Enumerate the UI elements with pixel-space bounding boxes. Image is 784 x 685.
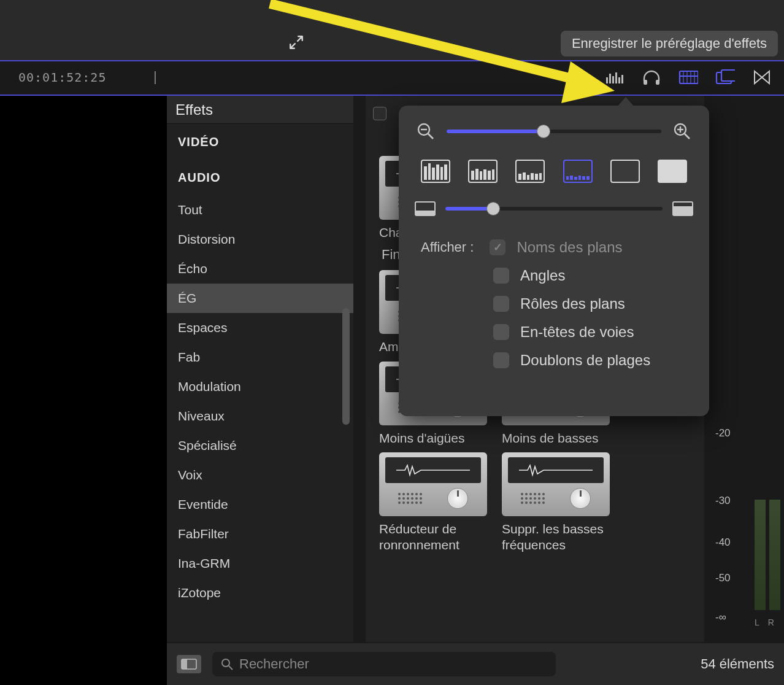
svg-rect-6 [615,72,617,83]
svg-rect-7 [618,77,620,83]
meter-tick: -20 [715,427,731,439]
clip-view-option-2[interactable] [468,160,498,183]
svg-rect-5 [612,76,614,83]
effects-footer: Rechercher 54 éléments [167,643,784,685]
svg-rect-20 [182,659,187,669]
svg-rect-11 [680,71,698,83]
effect-label: Suppr. les basses fréquences [502,521,610,554]
svg-rect-10 [656,80,659,85]
index-icon[interactable] [568,69,588,88]
scrollbar-thumb[interactable] [342,308,350,425]
category-item[interactable]: Tout [167,195,353,225]
category-header-audio[interactable]: AUDIO [167,160,353,195]
category-item[interactable]: Modulation [167,372,353,401]
headphones-icon[interactable] [642,69,661,88]
category-item-selected[interactable]: ÉG [167,284,353,313]
meter-tick: -50 [715,572,731,584]
category-item[interactable]: Espaces [167,313,353,342]
zoom-slider[interactable] [447,130,661,133]
effect-card[interactable]: Suppr. les basses fréquences [502,452,610,554]
effect-label: Moins de basses [502,430,610,446]
checkbox-entetes[interactable] [493,324,509,340]
search-input[interactable]: Rechercher [212,652,556,676]
effect-card[interactable]: Réducteur de ronronnement [379,452,487,554]
category-item[interactable]: iZotope [167,578,353,608]
tooltip-save-preset: Enregistrer le préréglage d'effets [561,31,778,56]
clip-appearance-icon[interactable] [678,69,698,88]
timeline-gutter [0,96,167,685]
meter-tick: -40 [715,536,731,549]
checkbox-noms-des-plans [490,239,505,255]
timeline-toolbar: 00:01:52:25 | [0,61,784,96]
option-label: Noms des plans [517,239,622,256]
zoom-out-button[interactable] [415,120,437,142]
option-label: Angles [520,267,565,284]
category-item[interactable]: FabFilter [167,519,353,549]
show-label: Afficher : [421,239,474,255]
effect-label: Moins d'aigües [379,430,487,446]
svg-rect-0 [569,75,577,80]
category-item[interactable]: Ina-GRM [167,549,353,578]
category-header-video[interactable]: VIDÉO [167,124,353,160]
svg-rect-4 [609,74,611,83]
clip-height-slider[interactable] [445,207,663,211]
category-item[interactable]: Fab [167,342,353,372]
meter-tick: -30 [715,495,731,507]
effects-panel-title: Effets [167,96,353,124]
meter-tick: -∞ [715,611,726,624]
skimmer-icon: | [153,69,157,85]
svg-rect-8 [621,75,623,83]
item-count: 54 éléments [701,656,774,672]
window-titlebar: Enregistrer le préréglage d'effets [0,0,784,61]
clip-view-option-1[interactable] [421,160,450,183]
expand-icon[interactable] [288,34,304,55]
category-item[interactable]: Spécialisé [167,431,353,460]
svg-point-21 [222,659,229,667]
clip-height-large-icon [672,201,693,216]
effect-label: Réducteur de ronronnement [379,521,487,554]
category-item[interactable]: Écho [167,254,353,284]
meter-bars-icon [755,500,780,610]
category-item[interactable]: Distorsion [167,225,353,254]
checkbox-angles[interactable] [493,268,509,284]
svg-rect-9 [644,80,647,85]
transitions-browser-icon[interactable] [752,69,772,88]
svg-line-25 [428,134,433,139]
zoom-in-button[interactable] [671,120,693,142]
clip-appearance-popover: Afficher : Noms des plans Angles Rôles d… [399,106,709,416]
svg-line-22 [229,666,233,670]
toggle-sidebar-button[interactable] [177,655,201,673]
category-item[interactable]: Niveaux [167,401,353,431]
search-icon [221,658,233,670]
installed-only-checkbox[interactable] [373,107,386,120]
meter-r-label: R [768,617,774,627]
effects-category-list: VIDÉO AUDIO Tout Distorsion Écho ÉG Espa… [167,124,353,642]
svg-rect-1 [580,75,588,80]
svg-line-29 [685,134,690,139]
svg-rect-18 [721,70,735,81]
clip-view-option-3[interactable] [515,160,545,183]
meter-l-label: L [755,617,759,627]
effects-browser-icon[interactable] [715,69,735,88]
clip-view-option-5[interactable] [610,160,640,183]
option-label: Rôles des plans [520,295,625,312]
checkbox-roles[interactable] [493,296,509,312]
option-label: En-têtes de voies [520,323,634,341]
option-label: Doublons de plages [520,352,650,369]
category-item[interactable]: Eventide [167,490,353,519]
audio-meters-icon[interactable] [605,69,625,88]
clip-height-small-icon [415,201,436,216]
search-placeholder: Rechercher [239,656,309,672]
audio-meters: -20 -30 -40 -50 -∞ LR [704,96,784,642]
timecode-display: 00:01:52:25 [18,70,106,85]
checkbox-doublons[interactable] [493,352,509,368]
clip-view-option-4[interactable] [563,160,593,183]
category-item[interactable]: Voix [167,460,353,490]
svg-rect-3 [606,77,608,83]
clip-view-option-6[interactable] [658,160,687,183]
